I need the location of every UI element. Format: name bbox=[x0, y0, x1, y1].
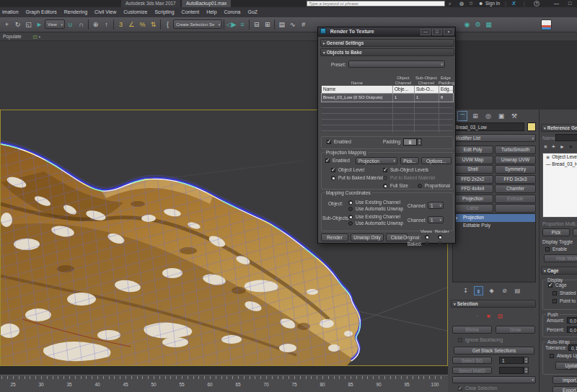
ref-clear-icon[interactable]: × bbox=[569, 144, 573, 150]
remove-modifier-icon[interactable]: ⊘ bbox=[500, 286, 509, 295]
bake-enabled-checkbox[interactable] bbox=[327, 140, 331, 144]
modifier-button-empty[interactable] bbox=[495, 204, 536, 213]
column-header[interactable]: Sub-Object Channel bbox=[414, 76, 439, 86]
get-stack-selections-button[interactable]: Get Stack Selections bbox=[454, 347, 534, 355]
ref-pick-icon[interactable]: ► bbox=[560, 144, 565, 150]
objects-to-bake-rollout[interactable]: ▾Objects to Bake bbox=[320, 48, 454, 56]
select-and-rotate-icon[interactable]: ↻ bbox=[12, 17, 23, 32]
communication-center-icon[interactable]: ◍ bbox=[459, 0, 464, 7]
grid-header-cell[interactable]: Name bbox=[322, 86, 392, 93]
menu-goz[interactable]: GoZ bbox=[245, 7, 262, 17]
menu-graph-editors[interactable]: Graph Editors bbox=[22, 7, 61, 17]
enable-checkbox[interactable] bbox=[545, 247, 550, 251]
modifier-button-edit-poly[interactable]: Edit Poly bbox=[452, 146, 493, 154]
baked-views-radio[interactable] bbox=[425, 241, 429, 246]
matid-spinner-field[interactable] bbox=[499, 367, 524, 374]
reference-coordinate-dropdown[interactable]: View▾ bbox=[45, 19, 65, 29]
list-item-object-level[interactable]: ◉Object Level: bbox=[543, 153, 577, 161]
tab-display[interactable]: ▣ bbox=[496, 111, 506, 121]
reference-geometry-list[interactable]: ◉Object Level:— Bread_03_High bbox=[542, 153, 577, 218]
list-item-bread-03-high[interactable]: — Bread_03_High bbox=[543, 161, 577, 168]
percent-field[interactable]: 0,0 bbox=[567, 326, 577, 333]
rendered-frame-icon[interactable]: ▦ bbox=[483, 17, 494, 32]
ref-remove-icon[interactable]: × bbox=[544, 144, 547, 150]
modifier-button-ffd-3x3x3[interactable]: FFD 3x3x3 bbox=[495, 175, 536, 184]
always-update-checkbox[interactable] bbox=[550, 354, 554, 358]
modifier-button-extrude[interactable]: Extrude bbox=[495, 195, 536, 203]
object-level-checkbox[interactable] bbox=[331, 168, 335, 172]
show-end-result-icon[interactable]: ‖ bbox=[474, 286, 483, 295]
modifier-stack[interactable]: ▸ProjectionEditable Poly bbox=[452, 213, 536, 282]
named-selection-dropdown[interactable]: ▾ bbox=[452, 376, 536, 383]
populate-icon[interactable]: ◫ bbox=[32, 34, 37, 39]
snap-toggle-2-icon[interactable]: ∩ bbox=[76, 17, 87, 32]
modifier-button-ffd-2x2x2[interactable]: FFD 2x2x2 bbox=[452, 175, 493, 184]
original-views-radio[interactable] bbox=[425, 235, 429, 239]
select-matid-button[interactable]: Select MatID bbox=[452, 367, 492, 374]
put-to-baked-radio-2[interactable] bbox=[383, 176, 387, 180]
menu-rendering[interactable]: Rendering bbox=[61, 7, 91, 17]
scene-explorer-icon[interactable]: ⊟ bbox=[251, 17, 262, 32]
export-button[interactable]: Export... bbox=[552, 386, 577, 392]
subobj-automatic-radio[interactable] bbox=[348, 221, 353, 226]
menu-help[interactable]: Help bbox=[203, 7, 220, 17]
projection-dropdown[interactable]: Projection▾ bbox=[356, 157, 397, 164]
search-input[interactable] bbox=[307, 1, 445, 6]
tab-hierarchy[interactable]: ⊞ bbox=[470, 111, 480, 121]
use-pivot-center-icon[interactable]: ⊕ bbox=[90, 17, 101, 32]
reference-geometry-rollout[interactable]: ▾Reference Geometry bbox=[541, 124, 577, 132]
modifier-list-dropdown[interactable]: Modifier List▾ bbox=[452, 134, 536, 142]
modifier-button-symmetry[interactable]: Symmetry bbox=[495, 165, 536, 174]
object-name-field[interactable]: Bread_03_Low bbox=[452, 122, 524, 131]
tab-utilities[interactable]: ⚒ bbox=[509, 111, 519, 121]
original-render-radio[interactable] bbox=[438, 235, 442, 239]
amount-field[interactable]: 0,0 bbox=[567, 317, 577, 324]
favorites-icon[interactable]: ☆ bbox=[469, 0, 473, 7]
pick-list-button[interactable]: Pick List bbox=[573, 228, 577, 236]
hide-working-geometry-button[interactable]: Hide Working Geometr bbox=[544, 254, 577, 262]
layer-explorer-icon[interactable]: ⊞ bbox=[262, 17, 273, 32]
padding-field[interactable]: 8 bbox=[403, 138, 417, 146]
dialog-minimize-button[interactable]: — bbox=[420, 29, 431, 35]
menu-civil-view[interactable]: Civil View bbox=[91, 7, 120, 17]
import-button[interactable]: Import... bbox=[552, 376, 577, 384]
object-existing-radio[interactable] bbox=[348, 200, 353, 205]
spinner-snap-icon[interactable]: ⇅ bbox=[148, 17, 159, 32]
window-restore-icon[interactable]: □ bbox=[568, 0, 571, 7]
select-sg-button[interactable]: Select SG bbox=[452, 357, 492, 364]
clear-selection-checkbox[interactable] bbox=[458, 386, 462, 391]
point-to-point-checkbox[interactable] bbox=[552, 299, 557, 303]
render-button[interactable]: Render bbox=[321, 233, 348, 241]
modifier-button-shell[interactable]: Shell bbox=[452, 165, 493, 174]
proportional-radio[interactable] bbox=[418, 184, 422, 188]
grid-cell[interactable]: Bread_03_Low (0 SO Outputs) bbox=[322, 94, 392, 102]
vertex-subobject-icon[interactable]: ∙ bbox=[472, 311, 482, 321]
selection-set-dropdown[interactable]: Create Selection Se▾ bbox=[173, 19, 222, 29]
mirror-icon[interactable]: ◁▶ bbox=[226, 17, 237, 32]
padding-spinner[interactable]: ▴▾ bbox=[417, 138, 422, 146]
cage-rollout[interactable]: ▾Cage bbox=[541, 267, 577, 275]
cage-checkbox[interactable] bbox=[548, 283, 552, 288]
dialog-maximize-button[interactable]: □ bbox=[432, 29, 442, 35]
grid-cell[interactable]: 1 bbox=[392, 94, 414, 102]
exchange-x-icon[interactable]: X bbox=[512, 0, 516, 7]
select-and-place-icon[interactable]: ↑ bbox=[101, 17, 112, 32]
select-and-manipulate-icon[interactable]: ► bbox=[34, 17, 45, 32]
face-subobject-icon[interactable]: ■ bbox=[484, 311, 493, 321]
menu-customize[interactable]: Customize bbox=[120, 7, 151, 17]
pm-enabled-checkbox[interactable] bbox=[325, 159, 330, 163]
modifier-button-projection[interactable]: Projection bbox=[452, 195, 493, 203]
tolerance-field[interactable]: 0,132 bbox=[568, 344, 577, 351]
grid-cell[interactable]: 1 bbox=[414, 94, 439, 102]
sg-spinner-field[interactable]: 1 bbox=[499, 357, 524, 364]
search-icon[interactable]: ⌕ bbox=[449, 0, 452, 7]
grid-header-cell[interactable]: Sub-O... bbox=[414, 86, 439, 93]
stack-expand-icon[interactable]: ▸ bbox=[456, 214, 458, 222]
matid-spinner-arrows[interactable]: ▴▾ bbox=[524, 367, 529, 374]
rtt-table-row[interactable]: Bread_03_Low (0 SO Outputs)118 bbox=[322, 94, 453, 102]
ribbon-tab-populate[interactable]: Populate bbox=[3, 34, 22, 39]
subobj-existing-radio[interactable] bbox=[348, 215, 353, 219]
snap-toggle-icon[interactable]: ∪ bbox=[65, 17, 76, 32]
pick-projection-button[interactable]: Pick... bbox=[400, 157, 419, 164]
named-selection-sets-icon[interactable]: { bbox=[162, 17, 173, 32]
